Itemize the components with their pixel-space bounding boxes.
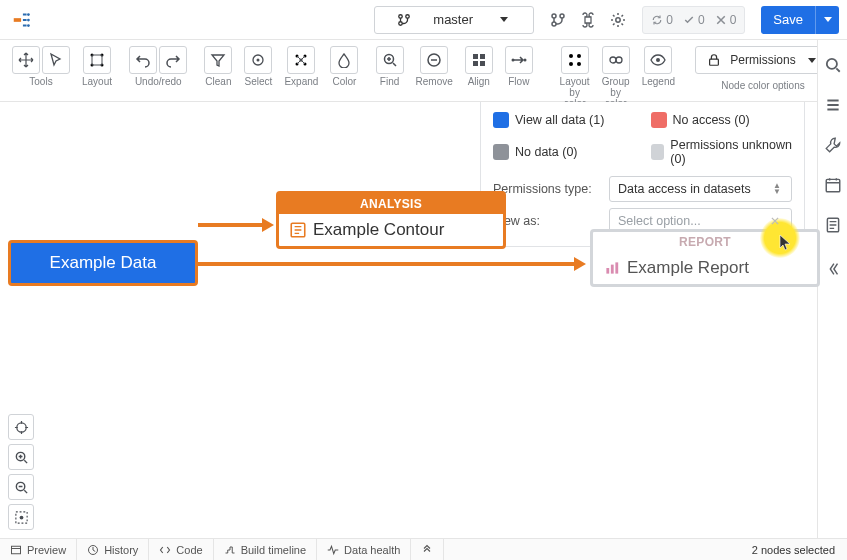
layout-auto-icon: [89, 52, 105, 68]
zoom-in-button[interactable]: [8, 444, 34, 470]
bottom-expand-button[interactable]: [411, 539, 444, 560]
remove-circle-button[interactable]: [420, 46, 448, 74]
bottom-tab-code[interactable]: Code: [149, 539, 213, 560]
view-as-placeholder: Select option...: [618, 214, 701, 228]
report-chart-icon: [603, 259, 621, 277]
edge-data-to-analysis: [198, 223, 264, 227]
toolbar-group-undo: Undo/redo: [125, 46, 191, 87]
zoom-out-button[interactable]: [8, 474, 34, 500]
toolbar-group-find: Find: [372, 46, 408, 87]
document-icon[interactable]: [824, 216, 842, 234]
settings-gear-icon[interactable]: [610, 12, 626, 28]
locate-button[interactable]: [8, 414, 34, 440]
toolbar-label: Remove: [416, 76, 453, 87]
bottom-tab-history[interactable]: History: [77, 539, 149, 560]
group-color-icon: [608, 52, 624, 68]
calendar-icon[interactable]: [824, 176, 842, 194]
legend-no-access: No access (0): [651, 112, 793, 128]
collapse-panel-icon[interactable]: [824, 260, 842, 278]
eye-button[interactable]: [644, 46, 672, 74]
legend-view-all: View all data (1): [493, 112, 635, 128]
droplet-icon: [336, 52, 352, 68]
timeline-icon: [224, 544, 236, 556]
remove-circle-icon: [426, 52, 442, 68]
search-icon[interactable]: [824, 56, 842, 74]
arrow-head-icon: [262, 218, 274, 232]
toolbar-label: Tools: [29, 76, 52, 87]
toolbar-group-clean: Clean: [200, 46, 236, 87]
wrench-icon[interactable]: [824, 136, 842, 154]
toolbar-group-remove: Remove: [412, 46, 457, 87]
bottom-tab-timeline[interactable]: Build timeline: [214, 539, 317, 560]
error-count: 0: [730, 13, 737, 27]
permissions-type-value: Data access in datasets: [618, 182, 751, 196]
toolbar-group-expand: Expand: [280, 46, 322, 87]
save-button[interactable]: Save: [761, 6, 839, 34]
flow-right-button[interactable]: [505, 46, 533, 74]
layout-color-button[interactable]: [561, 46, 589, 74]
branch-icon: [383, 12, 425, 28]
bottom-tab-health[interactable]: Data health: [317, 539, 411, 560]
zoom-in-button[interactable]: [376, 46, 404, 74]
stepper-icon: ▲▼: [771, 183, 783, 195]
pointer-arrow-button[interactable]: [42, 46, 70, 74]
redo-button[interactable]: [159, 46, 187, 74]
undo-icon: [135, 52, 151, 68]
toolbar-group-tools: Tools: [8, 46, 74, 87]
arrow-head-icon: [574, 257, 586, 271]
refresh-count: 0: [666, 13, 673, 27]
node-example-contour[interactable]: ANALYSIS Example Contour: [276, 191, 506, 249]
save-button-label: Save: [761, 6, 815, 34]
right-sidebar: [817, 40, 847, 538]
swatch-icon: [651, 144, 665, 160]
svg-rect-44: [14, 18, 21, 22]
zoom-fit-button[interactable]: [8, 504, 34, 530]
expand-nodes-button[interactable]: [287, 46, 315, 74]
layout-auto-button[interactable]: [83, 46, 111, 74]
droplet-button[interactable]: [330, 46, 358, 74]
tab-label: Data health: [344, 544, 400, 556]
save-caret-icon[interactable]: [815, 6, 839, 34]
branch-select[interactable]: master: [374, 6, 534, 34]
toolbar-label: Layout: [82, 76, 112, 87]
list-icon[interactable]: [824, 96, 842, 114]
filter-button[interactable]: [204, 46, 232, 74]
permissions-type-label: Permissions type:: [493, 182, 601, 196]
legend-unknown: Permissions unknown (0): [651, 138, 793, 166]
node-example-data[interactable]: Example Data: [8, 240, 198, 286]
svg-point-46: [27, 18, 30, 21]
node-title: Example Report: [627, 258, 749, 278]
pulse-icon: [327, 544, 339, 556]
toolbar-group-layout: Layout: [78, 46, 116, 87]
permissions-dropdown[interactable]: Permissions: [695, 46, 831, 74]
filter-icon: [210, 52, 226, 68]
grid-button[interactable]: [465, 46, 493, 74]
permissions-type-select[interactable]: Data access in datasets ▲▼: [609, 176, 792, 202]
eye-icon: [650, 52, 666, 68]
zoom-in-icon: [382, 52, 398, 68]
app-logo-icon[interactable]: [8, 6, 36, 34]
swatch-icon: [493, 144, 509, 160]
branch-action-icon[interactable]: [550, 12, 566, 28]
bottom-tab-preview[interactable]: Preview: [0, 539, 77, 560]
move-button[interactable]: [12, 46, 40, 74]
edge-data-to-report: [198, 262, 576, 266]
check-count: 0: [698, 13, 705, 27]
toolbar-group-gbc: Group by color: [598, 46, 634, 109]
group-color-button[interactable]: [602, 46, 630, 74]
move-icon: [18, 52, 34, 68]
toolbar-group-color: Color: [326, 46, 362, 87]
tab-label: Preview: [27, 544, 66, 556]
flow-right-icon: [511, 52, 527, 68]
change-counts: 0 0 0: [642, 6, 745, 34]
redo-icon: [165, 52, 181, 68]
clear-x-icon[interactable]: [767, 213, 783, 229]
command-icon[interactable]: [580, 12, 596, 28]
toolbar-group-align: Align: [461, 46, 497, 87]
flow-canvas[interactable]: View all data (1) No access (0) No data …: [0, 102, 817, 538]
tab-label: Build timeline: [241, 544, 306, 556]
contour-icon: [289, 221, 307, 239]
undo-button[interactable]: [129, 46, 157, 74]
target-button[interactable]: [244, 46, 272, 74]
toolbar-label: Flow: [508, 76, 529, 87]
